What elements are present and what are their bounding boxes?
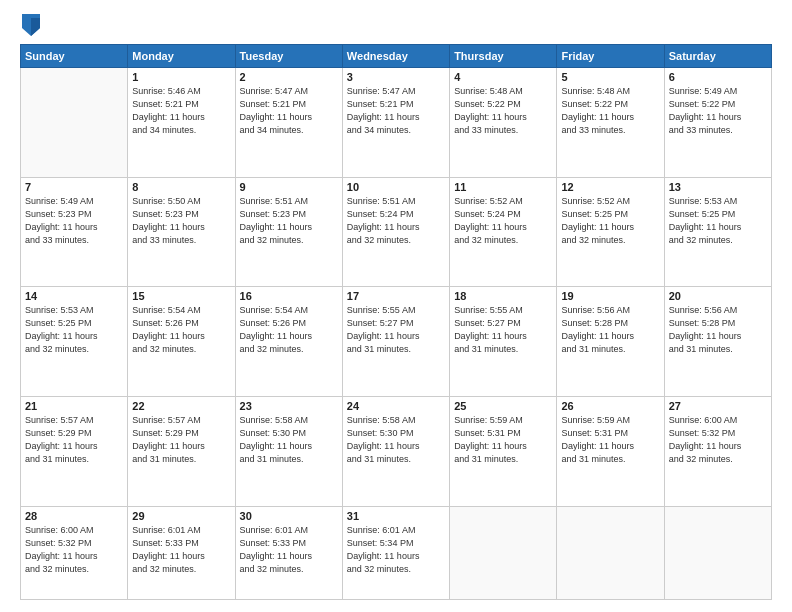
day-number: 31 [347,510,445,522]
calendar-cell: 4Sunrise: 5:48 AM Sunset: 5:22 PM Daylig… [450,68,557,178]
calendar-cell: 20Sunrise: 5:56 AM Sunset: 5:28 PM Dayli… [664,287,771,397]
day-info: Sunrise: 5:57 AM Sunset: 5:29 PM Dayligh… [132,414,230,466]
calendar-weekday-saturday: Saturday [664,45,771,68]
calendar-cell: 22Sunrise: 5:57 AM Sunset: 5:29 PM Dayli… [128,396,235,506]
calendar-cell: 11Sunrise: 5:52 AM Sunset: 5:24 PM Dayli… [450,177,557,287]
calendar-week-row-1: 1Sunrise: 5:46 AM Sunset: 5:21 PM Daylig… [21,68,772,178]
day-number: 9 [240,181,338,193]
day-info: Sunrise: 5:51 AM Sunset: 5:23 PM Dayligh… [240,195,338,247]
calendar-week-row-2: 7Sunrise: 5:49 AM Sunset: 5:23 PM Daylig… [21,177,772,287]
calendar-cell: 26Sunrise: 5:59 AM Sunset: 5:31 PM Dayli… [557,396,664,506]
day-number: 22 [132,400,230,412]
calendar-week-row-4: 21Sunrise: 5:57 AM Sunset: 5:29 PM Dayli… [21,396,772,506]
day-info: Sunrise: 5:50 AM Sunset: 5:23 PM Dayligh… [132,195,230,247]
day-info: Sunrise: 6:01 AM Sunset: 5:33 PM Dayligh… [240,524,338,576]
calendar-cell: 24Sunrise: 5:58 AM Sunset: 5:30 PM Dayli… [342,396,449,506]
day-info: Sunrise: 5:58 AM Sunset: 5:30 PM Dayligh… [347,414,445,466]
day-info: Sunrise: 5:48 AM Sunset: 5:22 PM Dayligh… [454,85,552,137]
day-info: Sunrise: 5:53 AM Sunset: 5:25 PM Dayligh… [669,195,767,247]
day-info: Sunrise: 5:56 AM Sunset: 5:28 PM Dayligh… [669,304,767,356]
day-number: 4 [454,71,552,83]
calendar-cell [557,506,664,600]
day-info: Sunrise: 6:00 AM Sunset: 5:32 PM Dayligh… [669,414,767,466]
calendar-cell: 9Sunrise: 5:51 AM Sunset: 5:23 PM Daylig… [235,177,342,287]
day-number: 6 [669,71,767,83]
calendar-cell: 31Sunrise: 6:01 AM Sunset: 5:34 PM Dayli… [342,506,449,600]
calendar-cell [450,506,557,600]
day-number: 24 [347,400,445,412]
day-info: Sunrise: 5:54 AM Sunset: 5:26 PM Dayligh… [132,304,230,356]
day-number: 18 [454,290,552,302]
day-info: Sunrise: 5:53 AM Sunset: 5:25 PM Dayligh… [25,304,123,356]
calendar-week-row-5: 28Sunrise: 6:00 AM Sunset: 5:32 PM Dayli… [21,506,772,600]
calendar-cell: 6Sunrise: 5:49 AM Sunset: 5:22 PM Daylig… [664,68,771,178]
day-number: 3 [347,71,445,83]
day-info: Sunrise: 5:56 AM Sunset: 5:28 PM Dayligh… [561,304,659,356]
calendar-cell: 2Sunrise: 5:47 AM Sunset: 5:21 PM Daylig… [235,68,342,178]
day-number: 20 [669,290,767,302]
calendar-weekday-thursday: Thursday [450,45,557,68]
day-info: Sunrise: 6:00 AM Sunset: 5:32 PM Dayligh… [25,524,123,576]
day-number: 2 [240,71,338,83]
logo [20,18,40,36]
calendar-cell: 12Sunrise: 5:52 AM Sunset: 5:25 PM Dayli… [557,177,664,287]
calendar-weekday-monday: Monday [128,45,235,68]
day-info: Sunrise: 5:46 AM Sunset: 5:21 PM Dayligh… [132,85,230,137]
calendar-cell [664,506,771,600]
calendar-cell: 27Sunrise: 6:00 AM Sunset: 5:32 PM Dayli… [664,396,771,506]
day-number: 5 [561,71,659,83]
day-info: Sunrise: 5:58 AM Sunset: 5:30 PM Dayligh… [240,414,338,466]
calendar-cell: 10Sunrise: 5:51 AM Sunset: 5:24 PM Dayli… [342,177,449,287]
calendar-table: SundayMondayTuesdayWednesdayThursdayFrid… [20,44,772,600]
day-number: 10 [347,181,445,193]
day-info: Sunrise: 6:01 AM Sunset: 5:34 PM Dayligh… [347,524,445,576]
day-number: 25 [454,400,552,412]
calendar-cell: 25Sunrise: 5:59 AM Sunset: 5:31 PM Dayli… [450,396,557,506]
day-info: Sunrise: 5:47 AM Sunset: 5:21 PM Dayligh… [240,85,338,137]
calendar-header-row: SundayMondayTuesdayWednesdayThursdayFrid… [21,45,772,68]
day-info: Sunrise: 5:49 AM Sunset: 5:22 PM Dayligh… [669,85,767,137]
day-number: 23 [240,400,338,412]
day-number: 12 [561,181,659,193]
day-number: 26 [561,400,659,412]
calendar-cell: 18Sunrise: 5:55 AM Sunset: 5:27 PM Dayli… [450,287,557,397]
day-info: Sunrise: 5:59 AM Sunset: 5:31 PM Dayligh… [561,414,659,466]
calendar-cell: 7Sunrise: 5:49 AM Sunset: 5:23 PM Daylig… [21,177,128,287]
day-info: Sunrise: 5:55 AM Sunset: 5:27 PM Dayligh… [347,304,445,356]
day-info: Sunrise: 5:51 AM Sunset: 5:24 PM Dayligh… [347,195,445,247]
calendar-cell: 15Sunrise: 5:54 AM Sunset: 5:26 PM Dayli… [128,287,235,397]
day-info: Sunrise: 5:47 AM Sunset: 5:21 PM Dayligh… [347,85,445,137]
day-info: Sunrise: 6:01 AM Sunset: 5:33 PM Dayligh… [132,524,230,576]
calendar-cell: 5Sunrise: 5:48 AM Sunset: 5:22 PM Daylig… [557,68,664,178]
day-number: 16 [240,290,338,302]
calendar-cell: 29Sunrise: 6:01 AM Sunset: 5:33 PM Dayli… [128,506,235,600]
calendar-weekday-tuesday: Tuesday [235,45,342,68]
calendar-weekday-friday: Friday [557,45,664,68]
day-number: 19 [561,290,659,302]
header [20,18,772,36]
page: SundayMondayTuesdayWednesdayThursdayFrid… [0,0,792,612]
day-info: Sunrise: 5:52 AM Sunset: 5:24 PM Dayligh… [454,195,552,247]
calendar-cell: 23Sunrise: 5:58 AM Sunset: 5:30 PM Dayli… [235,396,342,506]
calendar-cell: 16Sunrise: 5:54 AM Sunset: 5:26 PM Dayli… [235,287,342,397]
calendar-cell: 14Sunrise: 5:53 AM Sunset: 5:25 PM Dayli… [21,287,128,397]
day-number: 17 [347,290,445,302]
calendar-cell: 30Sunrise: 6:01 AM Sunset: 5:33 PM Dayli… [235,506,342,600]
calendar-cell [21,68,128,178]
calendar-cell: 3Sunrise: 5:47 AM Sunset: 5:21 PM Daylig… [342,68,449,178]
day-info: Sunrise: 5:57 AM Sunset: 5:29 PM Dayligh… [25,414,123,466]
calendar-cell: 21Sunrise: 5:57 AM Sunset: 5:29 PM Dayli… [21,396,128,506]
day-number: 30 [240,510,338,522]
day-number: 15 [132,290,230,302]
day-number: 11 [454,181,552,193]
calendar-cell: 17Sunrise: 5:55 AM Sunset: 5:27 PM Dayli… [342,287,449,397]
day-info: Sunrise: 5:54 AM Sunset: 5:26 PM Dayligh… [240,304,338,356]
day-number: 13 [669,181,767,193]
day-info: Sunrise: 5:52 AM Sunset: 5:25 PM Dayligh… [561,195,659,247]
day-number: 8 [132,181,230,193]
logo-icon [22,14,40,36]
day-number: 7 [25,181,123,193]
day-number: 28 [25,510,123,522]
calendar-cell: 1Sunrise: 5:46 AM Sunset: 5:21 PM Daylig… [128,68,235,178]
calendar-week-row-3: 14Sunrise: 5:53 AM Sunset: 5:25 PM Dayli… [21,287,772,397]
